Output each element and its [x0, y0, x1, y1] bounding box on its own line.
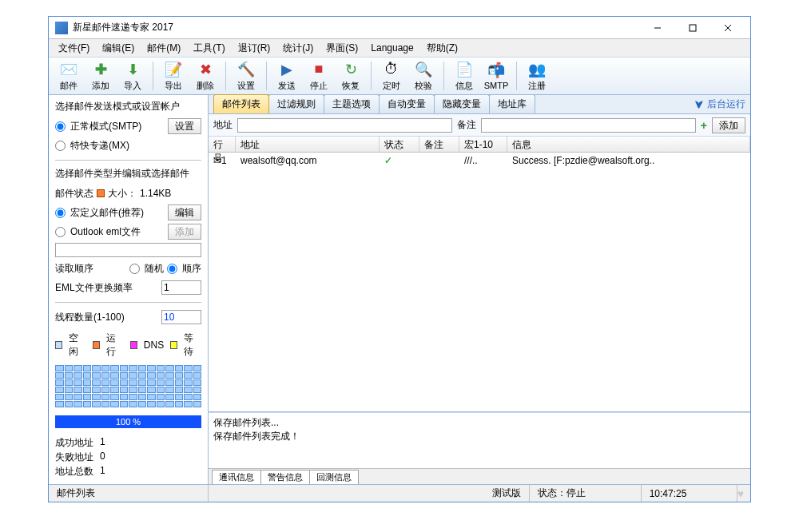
swatch-idle: [55, 341, 62, 349]
play-icon: ▶: [278, 61, 296, 78]
col-status[interactable]: 状态: [380, 137, 419, 152]
tab-addressbook[interactable]: 地址库: [489, 94, 535, 113]
window-title: 新星邮件速递专家 2017: [73, 21, 638, 34]
tb-settings[interactable]: 🔨设置: [231, 58, 261, 93]
menu-language[interactable]: Language: [366, 41, 418, 55]
tab-auto-var[interactable]: 自动变量: [379, 94, 435, 113]
note-input[interactable]: [481, 118, 696, 133]
tab-mail-list[interactable]: 邮件列表: [213, 94, 269, 113]
mail-icon: ✉️: [60, 61, 78, 78]
statusbar: 邮件列表 测试版 状态：停止 10:47:25 ♥: [49, 484, 750, 502]
tb-smtp[interactable]: 📬SMTP: [481, 58, 511, 93]
titlebar: 新星邮件速递专家 2017: [49, 17, 750, 39]
tab-subject[interactable]: 主题选项: [324, 94, 380, 113]
radio-random[interactable]: [129, 264, 140, 274]
cell-info: Success. [F:pzdie@wealsoft.org..: [507, 153, 750, 168]
plus-icon[interactable]: +: [701, 119, 707, 132]
size-label: 大小：: [108, 187, 137, 200]
tb-add[interactable]: ✚添加: [85, 58, 116, 93]
settings-button[interactable]: 设置: [168, 118, 201, 134]
tb-send[interactable]: ▶发送: [272, 58, 302, 93]
menu-mail[interactable]: 邮件(M): [142, 40, 185, 57]
status-left: 邮件列表: [49, 485, 209, 502]
table-row[interactable]: ✉1 wealsoft@qq.com ✓ ///.. Success. [F:p…: [209, 153, 750, 169]
thread-count-label: 线程数量(1-100): [55, 311, 125, 324]
tb-verify[interactable]: 🔍校验: [408, 58, 439, 93]
success-label: 成功地址: [55, 436, 93, 451]
tb-info[interactable]: 📄信息: [449, 58, 479, 93]
bg-run-link[interactable]: ⮟后台运行: [694, 97, 745, 113]
tb-import[interactable]: ⬇导入: [117, 58, 148, 93]
menu-ui[interactable]: 界面(S): [321, 40, 363, 57]
toolbar: ✉️邮件 ✚添加 ⬇导入 📝导出 ✖删除 🔨设置 ▶发送 ■停止 ↻恢复 ⏱定时…: [49, 57, 750, 95]
tab-filter[interactable]: 过滤规则: [268, 94, 324, 113]
tb-stop[interactable]: ■停止: [304, 58, 334, 93]
col-row[interactable]: 行号: [209, 137, 236, 152]
separator: [266, 62, 267, 90]
col-addr[interactable]: 地址: [236, 137, 380, 152]
label-express: 特快专递(MX): [70, 139, 129, 153]
mail-status-label: 邮件状态: [55, 187, 93, 200]
chevron-down-icon: ⮟: [694, 99, 704, 110]
log-line: 保存邮件列表完成！: [213, 430, 745, 443]
tab-hidden-var[interactable]: 隐藏变量: [434, 94, 490, 113]
tb-register[interactable]: 👥注册: [522, 58, 552, 93]
edit-button[interactable]: 编辑: [168, 204, 201, 220]
radio-outlook-mail[interactable]: [55, 227, 66, 237]
menu-file[interactable]: 文件(F): [54, 40, 94, 57]
menu-unsub[interactable]: 退订(R): [233, 40, 276, 57]
info-icon: 📄: [455, 61, 473, 78]
hammer-icon: 🔨: [237, 61, 255, 78]
eml-path-input[interactable]: [55, 243, 201, 257]
plus-icon: ✚: [92, 61, 109, 78]
close-button[interactable]: [712, 19, 744, 37]
menu-tools[interactable]: 工具(T): [189, 40, 229, 57]
app-icon: [55, 22, 68, 34]
label-outlook: Outlook eml文件: [70, 225, 141, 239]
separator: [225, 62, 226, 90]
col-macro[interactable]: 宏1-10: [459, 137, 507, 152]
tb-delete[interactable]: ✖删除: [190, 58, 221, 93]
heart-icon: ♥: [737, 487, 750, 500]
add-addr-button[interactable]: 添加: [712, 117, 745, 133]
address-grid: 行号 地址 状态 备注 宏1-10 信息 ✉1 wealsoft@qq.com …: [209, 137, 750, 412]
logtab-comm[interactable]: 通讯信息: [212, 470, 261, 484]
logtab-warn[interactable]: 警告信息: [260, 470, 310, 484]
tb-sched[interactable]: ⏱定时: [376, 58, 407, 93]
refresh-icon: ↻: [342, 61, 360, 78]
minimize-button[interactable]: [642, 19, 674, 37]
maximize-button[interactable]: [677, 19, 709, 37]
radio-normal-mode[interactable]: [55, 121, 66, 132]
menu-edit[interactable]: 编辑(E): [97, 40, 139, 57]
radio-express-mode[interactable]: [55, 141, 66, 151]
addr-label: 地址: [213, 118, 233, 132]
menubar: 文件(F) 编辑(E) 邮件(M) 工具(T) 退订(R) 统计(J) 界面(S…: [49, 39, 750, 57]
tb-mail[interactable]: ✉️邮件: [54, 58, 84, 93]
addr-input[interactable]: [237, 118, 452, 133]
success-val: 1: [100, 436, 105, 451]
tabs: 邮件列表 过滤规则 主题选项 自动变量 隐藏变量 地址库 ⮟后台运行: [209, 95, 750, 114]
radio-sequential[interactable]: [167, 264, 177, 274]
radio-custom-mail[interactable]: [55, 208, 66, 218]
eml-freq-input[interactable]: [161, 280, 201, 295]
stop-icon: ■: [310, 61, 328, 78]
eml-freq-label: EML文件更换频率: [55, 281, 133, 295]
tb-export[interactable]: 📝导出: [158, 58, 189, 93]
clock-icon: ⏱: [383, 61, 400, 78]
menu-help[interactable]: 帮助(Z): [422, 40, 463, 57]
delete-icon: ✖: [197, 61, 214, 78]
progress-bar: 100 %: [55, 415, 201, 428]
col-note[interactable]: 备注: [419, 137, 459, 152]
status-swatch: [97, 189, 105, 197]
add-eml-button[interactable]: 添加: [168, 224, 201, 240]
svg-rect-1: [690, 25, 696, 31]
menu-stats[interactable]: 统计(J): [278, 40, 318, 57]
logtab-test[interactable]: 回测信息: [309, 470, 359, 484]
read-order-label: 读取顺序: [55, 262, 93, 276]
label-seq: 顺序: [182, 262, 201, 276]
thread-grid: [55, 365, 201, 407]
tb-resume[interactable]: ↻恢复: [336, 58, 366, 93]
separator: [443, 62, 444, 90]
thread-count-input[interactable]: [161, 310, 201, 324]
col-info[interactable]: 信息: [507, 137, 750, 152]
